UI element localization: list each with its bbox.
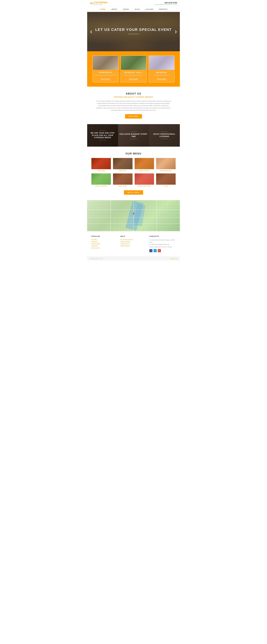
- header-hours: 7 Days a week from 9:00 am to 7:00 pm: [154, 4, 177, 5]
- menu-item-lowcountry[interactable]: LOW COUNTRY BOIL: [134, 174, 154, 187]
- menu-title: OUR MENU: [92, 152, 176, 155]
- banner-panel-2: EXCLUSIVE BANQUET EVERY TIME: [118, 124, 149, 146]
- nav-item-gallery[interactable]: GALLERY: [142, 7, 156, 12]
- services-section: CORPORATE Creative options for all your …: [87, 51, 180, 87]
- logo: 🍽 CATERING SERVICES: [90, 2, 108, 5]
- service-card-banquet: BANQUET HALL Banquet Hall rental in Char…: [120, 56, 146, 82]
- footer-contacts-title: CONTACTS: [149, 236, 176, 237]
- menu-label-lowcountry: LOW COUNTRY BOIL: [134, 186, 154, 187]
- banner-line-1b: [99, 140, 106, 140]
- footer-link-catering-services[interactable]: Catering Services: [120, 241, 147, 242]
- footer-bottom: Catering Services © 2016 Privacy Policy: [87, 256, 180, 261]
- logo-services: SERVICES: [94, 4, 108, 5]
- menu-image-porkbbq: [92, 158, 111, 169]
- footer-address: 28 Jackson Blvd Ste 1000 Chicago, IL 606…: [149, 239, 176, 243]
- menu-item-friedfish[interactable]: FRIED FISH: [113, 158, 132, 171]
- footer-help-title: HELP: [120, 236, 147, 237]
- footer-link-student[interactable]: Student Support: [120, 245, 147, 246]
- social-twitter[interactable]: t: [154, 249, 157, 252]
- service-link-wedding[interactable]: READ MORE: [157, 78, 166, 80]
- menu-item-roastbeef[interactable]: ROAST BEEF: [113, 174, 132, 187]
- footer-popular-title: POPULAR: [92, 236, 118, 237]
- menu-section: OUR MENU PORK BBQ FRIED FISH FRIED CHICK…: [87, 146, 180, 200]
- nav-dot: [134, 9, 134, 10]
- banner-text-2: EXCLUSIVE BANQUET EVERY TIME: [120, 133, 148, 138]
- nav-item-pages[interactable]: PAGES: [120, 7, 132, 12]
- menu-image-friedchicken: [134, 158, 154, 169]
- about-text: In its 27th year of operation, The Cater…: [96, 100, 172, 111]
- main-nav: HOME ABOUT PAGES BLOG GALLERY CONTACTS: [87, 7, 180, 12]
- menu-item-friedchicken[interactable]: FRIED CHICKEN: [134, 158, 154, 171]
- menu-label-friedchicken: FRIED CHICKEN: [134, 170, 154, 171]
- footer-link-horsdoeuvre[interactable]: Hors D'oeuvre: [92, 247, 118, 249]
- menu-image-lowcountry: [134, 174, 154, 185]
- about-section: ABOUT US PROVIDING HIGH-QUALITY CATERING…: [87, 87, 180, 124]
- footer-link-ask[interactable]: Ask Catering Services: [120, 239, 147, 240]
- footer-link-how-to[interactable]: Catering How To: [120, 243, 147, 244]
- service-title-banquet: BANQUET HALL: [121, 72, 146, 74]
- chef-hat-icon: 🍽: [90, 2, 93, 5]
- service-title-corporate: CORPORATE: [93, 72, 118, 74]
- footer-help: HELP Ask Catering Services Catering Serv…: [120, 236, 147, 252]
- footer-contacts: CONTACTS 28 Jackson Blvd Ste 1000 Chicag…: [149, 236, 176, 252]
- menu-item-porkbbq[interactable]: PORK BBQ: [92, 158, 111, 171]
- hero-section: ❮ LET US CATER YOUR SPECIAL EVENT ❯: [87, 12, 180, 51]
- nav-item-blog[interactable]: BLOG: [132, 7, 142, 12]
- service-desc-corporate: Creative options for all your corporate …: [93, 74, 118, 76]
- menu-image-bakedchicken: [156, 158, 176, 169]
- menu-item-steak[interactable]: STEAK: [156, 174, 176, 187]
- footer-link-friedfish[interactable]: Fried Fish: [92, 241, 118, 242]
- banner-line-1: [99, 130, 106, 131]
- service-desc-banquet: Banquet Hall rental in Charlotte, NC: [121, 74, 146, 76]
- map-pin: 📍: [132, 212, 135, 216]
- footer-contact-hours: 7 Days a week from 9:00 am to 7:00 pm: [149, 246, 176, 248]
- social-googleplus[interactable]: g+: [158, 249, 161, 252]
- social-facebook[interactable]: f: [149, 249, 152, 252]
- service-link-banquet[interactable]: READ MORE: [129, 78, 138, 80]
- banner-text-3: ENJOY PROFESSIONAL CATERING: [150, 133, 178, 138]
- nav-dot: [100, 9, 100, 10]
- hero-arrow-right[interactable]: ❯: [173, 28, 178, 35]
- service-image-wedding: [149, 56, 174, 70]
- logo-catering: CATERING: [94, 2, 108, 4]
- service-image-corporate: [93, 56, 118, 70]
- banner-section: WE ARE YOUR ONE STOP PLACE FOR ALL YOUR …: [87, 124, 180, 146]
- nav-dot: [145, 9, 146, 10]
- header: 🍽 CATERING SERVICES 800-2345-5789 7 Days…: [87, 0, 180, 7]
- about-subtitle: PROVIDING HIGH-QUALITY CATERING SERVICES: [96, 96, 172, 98]
- menu-image-horsdoeuvre: [92, 174, 111, 185]
- footer-link-roastbeef[interactable]: Roast Beef: [92, 245, 118, 246]
- footer-link-grilledchicken[interactable]: Grilled Chicken: [92, 243, 118, 244]
- service-card-wedding: WEDDING Wedding venue & banquet hall REA…: [149, 56, 175, 82]
- menu-label-friedfish: FRIED FISH: [113, 170, 132, 171]
- nav-item-home[interactable]: HOME: [97, 7, 108, 12]
- footer-tel: Tel: 800-2345-6789|800-2345-6790: [149, 243, 176, 246]
- nav-dot: [110, 9, 111, 10]
- menu-item-bakedchicken[interactable]: BAKED CHICKEN: [156, 158, 176, 171]
- menu-item-horsdoeuvre[interactable]: HORS D'OEUVRE: [92, 174, 111, 187]
- menu-image-roastbeef: [113, 174, 132, 185]
- service-image-banquet: [121, 56, 146, 70]
- menu-label-porkbbq: PORK BBQ: [92, 170, 111, 171]
- menu-label-bakedchicken: BAKED CHICKEN: [156, 170, 176, 171]
- map-section[interactable]: 📍: [87, 200, 180, 231]
- menu-label-roastbeef: ROAST BEEF: [113, 186, 132, 187]
- service-link-corporate[interactable]: READ MORE: [101, 78, 110, 80]
- service-title-wedding: WEDDING: [149, 72, 174, 74]
- menu-label-horsdoeuvre: HORS D'OEUVRE: [92, 186, 111, 187]
- service-card-corporate: CORPORATE Creative options for all your …: [92, 56, 118, 82]
- about-read-more-button[interactable]: READ MORE: [125, 114, 142, 118]
- footer-privacy-link[interactable]: Privacy Policy: [170, 258, 177, 259]
- see-all-menu-button[interactable]: SEE ALL MENU: [124, 190, 143, 195]
- nav-item-contacts[interactable]: CONTACTS: [156, 7, 170, 12]
- menu-image-friedfish: [113, 158, 132, 169]
- about-title: ABOUT US: [96, 92, 172, 95]
- nav-dot: [122, 9, 123, 10]
- hero-arrow-left[interactable]: ❮: [88, 28, 94, 35]
- banner-panel-1: WE ARE YOUR ONE STOP PLACE FOR ALL YOUR …: [87, 124, 118, 146]
- footer-copyright: Catering Services © 2016: [90, 258, 103, 259]
- menu-label-steak: STEAK: [156, 186, 176, 187]
- footer-link-porkbbq[interactable]: Pork BBQ: [92, 239, 118, 240]
- hero-title: LET US CATER YOUR SPECIAL EVENT: [95, 28, 172, 32]
- nav-item-about[interactable]: ABOUT: [108, 7, 120, 12]
